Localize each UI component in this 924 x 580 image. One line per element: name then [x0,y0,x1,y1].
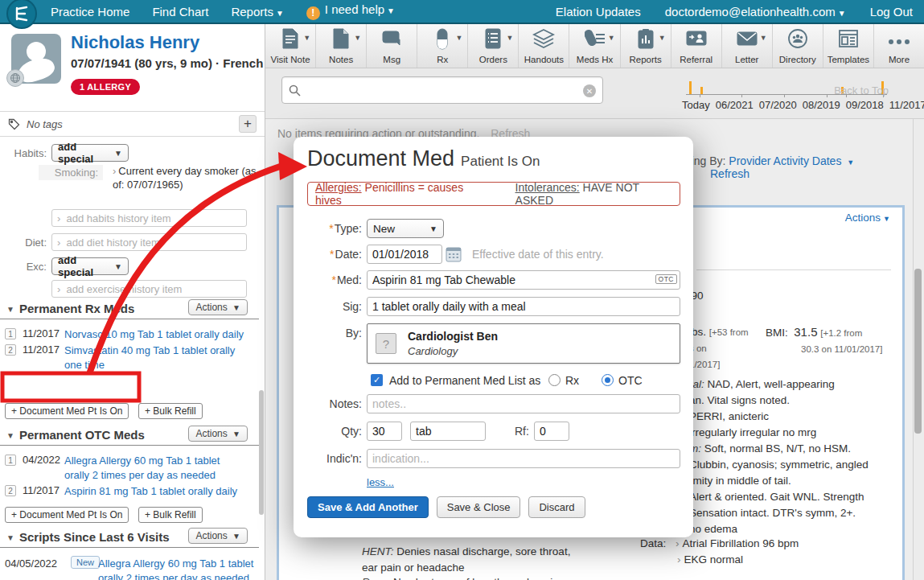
toolbar-templates-button[interactable]: Templates [823,24,874,68]
med-input[interactable] [367,270,680,290]
timeline-label[interactable]: 06/2021 [716,99,754,111]
timeline-label[interactable]: 11/2017 [889,99,924,111]
toolbar-reports-button[interactable]: ▼Reports [621,24,671,68]
nav-account-menu[interactable]: doctordemo@elationhealth.com▼ [665,5,846,19]
toolbar-msg-button[interactable]: Msg [367,24,417,68]
toolbar-notes-button[interactable]: ▼Notes [316,24,367,68]
med-link-simvastatin[interactable]: Simvastatin 40 mg Tab 1 tablet orally on… [64,343,248,372]
exam-fragment: ral: NAD, Alert, well-appearing an. Vita… [689,376,914,537]
rx-radio[interactable] [548,374,561,386]
toolbar-visit-note-button[interactable]: ▼Visit Note [265,24,316,68]
patient-name[interactable]: Nicholas Henry [71,32,199,53]
toolbar-meds-hx-button[interactable]: ▼Meds Hx [569,24,620,68]
caret-down-icon: ▼ [303,34,310,42]
prescriber-box[interactable]: ? Cardiologist BenCardiology [367,323,680,364]
add-diet-history-input[interactable] [51,233,247,251]
script-link-allegra[interactable]: Allegra Allergy 60 mg Tab 1 tablet orall… [98,557,259,580]
med-number[interactable]: 1 [5,328,16,339]
nav-find-chart[interactable]: Find Chart [152,5,208,19]
collapse-triangle-icon[interactable]: ▼ [6,431,14,440]
orders-list-icon [484,28,502,52]
allergy-badge[interactable]: 1 ALLERGY [71,79,140,95]
med-number[interactable]: 1 [5,455,16,466]
no-tags-label: No tags [27,118,239,130]
save-close-button[interactable]: Save & Close [437,496,521,518]
date-input[interactable] [367,245,442,264]
toolbar-handouts-button[interactable]: Handouts [519,24,569,68]
scripts-actions-button[interactable]: Actions ▼ [188,528,248,544]
document-med-pt-is-on-button-otc[interactable]: + Document Med Pt Is On [5,507,129,523]
main-scrollbar-thumb[interactable] [914,269,922,434]
toolbar-orders-button[interactable]: ▼Orders [468,24,519,68]
referral-icon [686,28,707,52]
filter-by-dropdown[interactable]: Provider Activity Dates ▼ [729,154,854,167]
back-to-top-link[interactable]: Back to Top [834,84,889,97]
meds-history-icon [585,28,606,52]
caret-down-icon: ▼ [506,34,513,42]
discard-button[interactable]: Discard [528,496,585,518]
type-select[interactable]: New▼ [367,219,444,238]
toolbar-rx-button[interactable]: ▼Rx [417,24,468,68]
toolbar-referral-button[interactable]: Referral [671,24,722,68]
sig-input[interactable] [367,297,680,316]
bulk-refill-button[interactable]: + Bulk Refill [138,403,203,419]
add-exercise-history-input[interactable] [51,280,247,298]
bulk-refill-button-otc[interactable]: + Bulk Refill [138,507,203,523]
otc-meds-actions-button[interactable]: Actions ▼ [188,426,248,442]
toolbar-directory-button[interactable]: Directory [773,24,823,68]
med-link-norvasc[interactable]: Norvasc 10 mg Tab 1 tablet orally daily [64,327,261,342]
nav-practice-home[interactable]: Practice Home [51,5,129,19]
save-add-another-button[interactable]: Save & Add Another [307,496,429,518]
collapse-triangle-icon[interactable]: ▼ [6,533,14,542]
exercise-special-select[interactable]: add special▼ [51,257,129,275]
intolerances-link[interactable]: Intolerances: [515,181,580,194]
sidebar-scrollbar[interactable] [259,390,264,515]
qty-input[interactable] [367,422,402,441]
timeline-marker[interactable] [689,81,692,94]
clear-search-icon[interactable]: ✕ [583,84,596,97]
refresh-link[interactable]: Refresh [710,167,749,180]
med-link-allegra[interactable]: Allegra Allergy 60 mg Tab 1 tablet orall… [64,454,245,483]
permanent-med-checkbox[interactable]: ✓ [371,374,383,386]
nav-elation-updates[interactable]: Elation Updates [556,5,641,19]
timeline-label[interactable]: 08/2019 [803,99,840,111]
less-link[interactable]: less... [367,476,394,488]
rf-input[interactable] [534,422,569,441]
timeline-label[interactable]: 07/2020 [759,99,797,111]
prescriber-avatar: ? [376,333,396,354]
panel-actions-dropdown[interactable]: Actions▼ [845,212,890,224]
med-number[interactable]: 2 [5,344,16,356]
more-dots-icon [887,35,911,49]
nav-reports[interactable]: Reports▼ [231,5,283,19]
smoking-value[interactable]: ›Current every day smoker (as of: 07/07/… [113,164,257,191]
by-label: By: [307,327,362,339]
toolbar-letter-button[interactable]: ▼Letter [722,24,773,68]
nav-log-out[interactable]: Log Out [870,5,913,19]
timeline-label-today[interactable]: Today [682,99,710,111]
timeline-marker[interactable] [700,87,703,94]
notes-input[interactable] [367,394,680,413]
collapse-triangle-icon[interactable]: ▼ [6,305,14,314]
otc-meds-header: ▼ Permanent OTC Meds Actions ▼ [0,428,259,446]
calendar-icon[interactable] [446,246,462,265]
new-badge: New [71,556,100,569]
weight-fragment: lbs. [+53 from s on 1/2017] [689,324,766,372]
toolbar-more-button[interactable]: More [874,24,924,68]
med-link-aspirin[interactable]: Aspirin 81 mg Tab 1 tablet orally daily [64,484,261,499]
allergies-link[interactable]: Allergies: [315,181,362,194]
qty-unit-input[interactable] [410,422,486,441]
otc-radio[interactable] [602,374,614,386]
search-timeline-row: ✕ Today 06/2021 07/2020 08/2019 09/2018 … [265,68,924,119]
nav-need-help[interactable]: !I need help▼ [306,2,395,20]
script-date: 04/05/2022 [5,557,57,570]
search-input[interactable] [306,80,572,100]
indication-input[interactable] [367,449,680,468]
add-tag-button[interactable]: + [239,115,257,133]
document-med-pt-is-on-button[interactable]: + Document Med Pt Is On [5,403,129,419]
main-scrollbar-track[interactable] [913,119,924,580]
med-number[interactable]: 2 [5,485,16,496]
timeline-label[interactable]: 09/2018 [846,99,884,111]
rx-meds-actions-button[interactable]: Actions ▼ [188,299,248,315]
habits-special-select[interactable]: add special▼ [51,144,129,162]
add-habits-history-input[interactable] [51,209,247,227]
